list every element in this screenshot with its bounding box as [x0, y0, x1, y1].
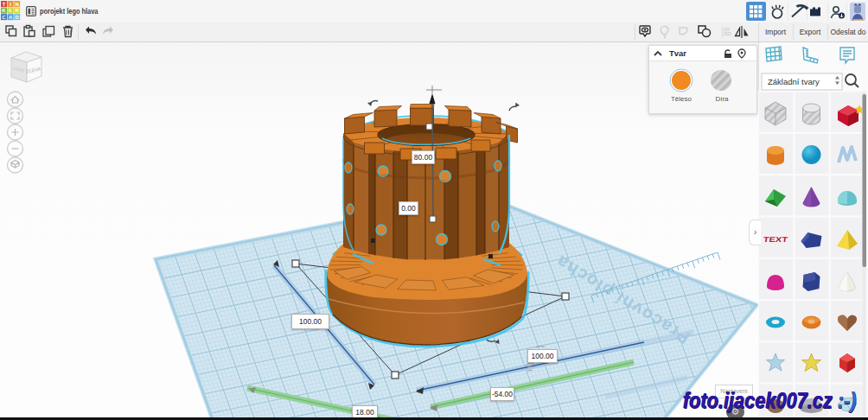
svg-text:N: N — [16, 2, 19, 7]
svg-text:Export: Export — [800, 28, 821, 36]
svg-text:TEXT: TEXT — [763, 235, 788, 243]
svg-text:Import: Import — [765, 28, 787, 36]
svg-text:Odeslat do: Odeslat do — [830, 28, 865, 36]
svg-text:T: T — [3, 2, 6, 7]
svg-text:E: E — [9, 8, 12, 13]
svg-text:A: A — [9, 15, 13, 20]
svg-text:R: R — [16, 8, 20, 13]
svg-text:D: D — [16, 15, 20, 20]
svg-text:K: K — [2, 8, 6, 13]
svg-text:Základní tvary: Základní tvary — [768, 77, 820, 86]
svg-text:C: C — [2, 15, 6, 20]
